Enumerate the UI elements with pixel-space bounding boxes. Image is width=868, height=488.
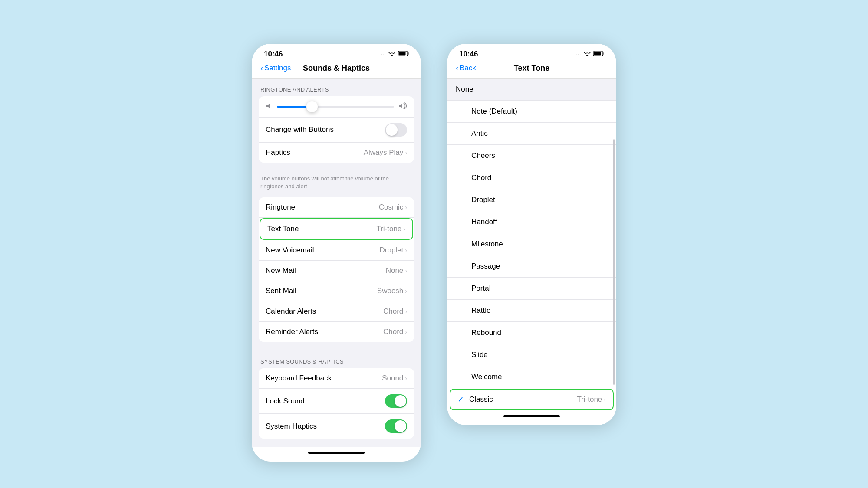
new-mail-row[interactable]: New Mail None ›	[259, 261, 414, 281]
tone-cheers-label: Cheers	[471, 151, 608, 160]
new-mail-value: None ›	[386, 266, 407, 275]
tone-classic-subtitle: Tri-tone	[577, 395, 602, 404]
tone-welcome-label: Welcome	[471, 373, 608, 381]
right-status-bar: 10:46 ···	[447, 44, 616, 62]
sent-mail-label: Sent Mail	[266, 287, 296, 295]
ringtone-chevron: ›	[405, 204, 407, 211]
left-battery-icon	[398, 50, 409, 58]
change-with-buttons-label: Change with Buttons	[266, 125, 334, 134]
scrollbar-indicator	[613, 139, 615, 385]
tone-none-row[interactable]: None	[447, 79, 616, 101]
tone-welcome-row[interactable]: Welcome	[447, 366, 616, 388]
settings-back-button[interactable]: ‹ Settings	[260, 64, 291, 72]
tone-rattle-row[interactable]: Rattle	[447, 300, 616, 322]
right-phone: 10:46 ··· ‹ Back Text Tone No	[447, 44, 616, 425]
ringtone-label: Ringtone	[266, 203, 295, 212]
volume-slider-thumb[interactable]	[306, 101, 318, 112]
tone-note-row[interactable]: Note (Default)	[447, 101, 616, 123]
lock-sound-label: Lock Sound	[266, 397, 305, 406]
left-home-indicator	[252, 447, 421, 462]
ringtone-alerts-card: Change with Buttons Haptics Always Play …	[259, 96, 414, 163]
lock-sound-row[interactable]: Lock Sound	[259, 389, 414, 414]
tone-cheers-row[interactable]: Cheers	[447, 145, 616, 167]
tone-slide-label: Slide	[471, 350, 608, 359]
tone-chord-row[interactable]: Chord	[447, 167, 616, 189]
lock-sound-toggle[interactable]	[385, 394, 407, 408]
text-tone-row[interactable]: Text Tone Tri-tone ›	[260, 218, 413, 240]
tone-passage-row[interactable]: Passage	[447, 255, 616, 278]
reminder-alerts-chevron: ›	[405, 328, 407, 335]
haptics-chevron: ›	[405, 149, 407, 156]
tone-droplet-label: Droplet	[471, 196, 608, 204]
tone-classic-label: Classic	[469, 395, 577, 404]
tones-card: Ringtone Cosmic › Text Tone Tri-tone ›	[259, 197, 414, 342]
text-tone-back-chevron: ‹	[456, 64, 458, 72]
tone-rattle-label: Rattle	[471, 306, 608, 315]
change-with-buttons-row[interactable]: Change with Buttons	[259, 118, 414, 143]
keyboard-feedback-chevron: ›	[405, 375, 407, 382]
new-voicemail-chevron: ›	[405, 247, 407, 254]
tone-droplet-row[interactable]: Droplet	[447, 189, 616, 211]
settings-back-label: Settings	[264, 64, 291, 72]
volume-slider-row[interactable]	[259, 96, 414, 118]
right-nav-title: Text Tone	[514, 64, 549, 73]
calendar-alerts-row[interactable]: Calendar Alerts Chord ›	[259, 301, 414, 322]
volume-high-icon	[398, 102, 407, 111]
system-sounds-card: Keyboard Feedback Sound › Lock Sound Sys…	[259, 368, 414, 439]
change-with-buttons-toggle[interactable]	[385, 123, 407, 137]
right-status-icons: ···	[576, 50, 604, 58]
tone-slide-row[interactable]: Slide	[447, 344, 616, 366]
left-wifi-icon	[388, 50, 395, 58]
text-tone-value: Tri-tone ›	[376, 225, 405, 233]
haptics-value: Always Play ›	[364, 148, 407, 157]
tone-passage-label: Passage	[471, 262, 608, 271]
system-haptics-toggle-thumb	[395, 420, 406, 432]
haptics-row[interactable]: Haptics Always Play ›	[259, 143, 414, 163]
text-tone-back-button[interactable]: ‹ Back	[456, 64, 476, 72]
svg-rect-1	[399, 52, 406, 55]
system-haptics-row[interactable]: System Haptics	[259, 414, 414, 439]
left-phone: 10:46 ··· ‹ Settings Sounds & Haptics	[252, 44, 421, 462]
svg-rect-5	[603, 52, 604, 55]
tone-portal-row[interactable]: Portal	[447, 278, 616, 300]
tone-classic-chevron: ›	[604, 396, 606, 403]
tone-antic-row[interactable]: Antic	[447, 123, 616, 145]
volume-slider-track[interactable]	[277, 106, 394, 108]
settings-back-chevron: ‹	[260, 64, 263, 72]
left-nav-title: Sounds & Haptics	[303, 64, 370, 73]
sent-mail-row[interactable]: Sent Mail Swoosh ›	[259, 281, 414, 301]
new-voicemail-row[interactable]: New Voicemail Droplet ›	[259, 240, 414, 261]
right-nav-bar: ‹ Back Text Tone	[447, 62, 616, 79]
svg-rect-2	[408, 52, 409, 55]
left-home-bar	[308, 452, 365, 454]
system-haptics-toggle[interactable]	[385, 419, 407, 433]
system-section-header: SYSTEM SOUNDS & HAPTICS	[252, 350, 421, 368]
new-mail-label: New Mail	[266, 266, 296, 275]
screens-container: 10:46 ··· ‹ Settings Sounds & Haptics	[252, 26, 616, 462]
tone-rebound-row[interactable]: Rebound	[447, 322, 616, 344]
tone-handoff-row[interactable]: Handoff	[447, 211, 616, 233]
new-voicemail-value: Droplet ›	[380, 246, 407, 255]
left-dots-icon: ···	[381, 52, 386, 56]
right-battery-icon	[593, 50, 604, 58]
text-tone-label: Text Tone	[267, 225, 299, 233]
svg-rect-4	[594, 52, 601, 55]
tone-classic-row[interactable]: ✓ Classic Tri-tone ›	[450, 389, 614, 410]
tone-milestone-row[interactable]: Milestone	[447, 233, 616, 255]
tone-none-label: None	[456, 85, 608, 94]
lock-sound-toggle-thumb	[395, 395, 406, 407]
volume-info-text: The volume buttons will not affect the v…	[252, 171, 421, 197]
tone-milestone-label: Milestone	[471, 240, 608, 249]
reminder-alerts-row[interactable]: Reminder Alerts Chord ›	[259, 322, 414, 342]
keyboard-feedback-row[interactable]: Keyboard Feedback Sound ›	[259, 368, 414, 389]
keyboard-feedback-value: Sound ›	[382, 374, 407, 383]
left-nav-bar: ‹ Settings Sounds & Haptics	[252, 62, 421, 79]
calendar-alerts-label: Calendar Alerts	[266, 307, 316, 316]
tone-rebound-label: Rebound	[471, 328, 608, 337]
tone-portal-label: Portal	[471, 284, 608, 293]
left-status-icons: ···	[381, 50, 409, 58]
right-time: 10:46	[459, 50, 478, 59]
reminder-alerts-value: Chord ›	[383, 328, 407, 336]
ringtone-row[interactable]: Ringtone Cosmic ›	[259, 197, 414, 218]
volume-low-icon	[266, 102, 273, 111]
